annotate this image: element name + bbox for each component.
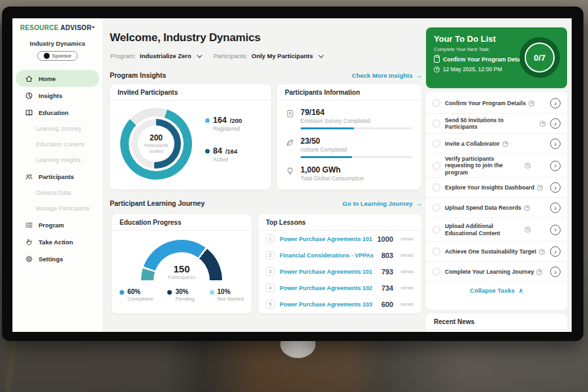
todo-progress-value: 0/7 <box>534 53 546 63</box>
lesson-link[interactable]: Financial Considerations - VPPAs <box>280 252 376 259</box>
task-item[interactable]: Upload Additional Educational Content › <box>426 218 567 242</box>
chevron-right-button[interactable]: › <box>550 203 561 213</box>
sidebar-item-learning-insights[interactable]: Learning Insights <box>12 152 103 168</box>
logo-advisor: ADVISOR <box>61 24 92 31</box>
progress-bar <box>301 156 412 158</box>
lesson-rank: 3 <box>266 267 274 276</box>
chevron-right-button[interactable]: › <box>550 267 561 277</box>
lesson-views: 734 <box>382 284 393 292</box>
sidebar-item-take-action[interactable]: Take Action <box>16 233 99 250</box>
link-label: Go to Learning Journey <box>342 200 412 207</box>
clock-icon <box>536 269 542 275</box>
lesson-row: 2 Financial Considerations - VPPAs 803 v… <box>258 247 421 263</box>
chevron-right-button[interactable]: › <box>550 118 561 129</box>
sidebar-nav: Home Insights Education Learning Journey… <box>12 70 103 267</box>
task-label: Invite a Collaborator <box>445 140 500 147</box>
task-item[interactable]: Confirm Your Program Details › <box>426 93 567 114</box>
collapse-tasks-link[interactable]: Collapse Tasks ∧ <box>426 282 567 299</box>
lesson-link[interactable]: Power Purchase Agreements 101 <box>280 269 376 275</box>
task-item[interactable]: Complete Your Learning Journey › <box>426 262 567 282</box>
sidebar-item-education-content[interactable]: Education Content <box>12 137 103 152</box>
task-checkbox[interactable] <box>433 120 440 127</box>
stat-value: 79/164 <box>301 108 412 117</box>
gauge-label: Participants <box>141 274 222 280</box>
sidebar-item-learning-journey[interactable]: Learning Journey <box>12 121 103 137</box>
task-checkbox[interactable] <box>433 162 440 170</box>
logo-plus: + <box>91 24 95 30</box>
task-checkbox[interactable] <box>433 226 440 234</box>
task-checkbox[interactable] <box>433 268 440 276</box>
progress-fill <box>301 127 354 129</box>
sidebar-item-participants[interactable]: Participants <box>16 168 99 185</box>
task-checkbox[interactable] <box>433 204 440 212</box>
clock-icon <box>525 163 531 169</box>
sidebar-item-insights[interactable]: Insights <box>16 87 99 104</box>
legend-dot <box>167 290 172 295</box>
participants-filter-label: Participants: <box>214 52 248 59</box>
sidebar-item-program[interactable]: Program <box>16 216 99 233</box>
task-label: Upload Additional Educational Content <box>445 223 522 237</box>
task-label: Achieve One Sustainability Target <box>445 248 536 255</box>
lesson-row: 3 Power Purchase Agreements 101 793 view… <box>258 263 421 280</box>
lesson-rank: 5 <box>266 300 274 308</box>
stat-label: Actions Completed <box>301 146 412 153</box>
lesson-views: 803 <box>382 252 393 259</box>
task-item[interactable]: Upload Spend Data Records › <box>426 198 567 218</box>
sidebar-item-label: Learning Insights <box>36 157 81 163</box>
clipboard-icon <box>434 56 440 63</box>
chevron-down-icon[interactable] <box>197 52 202 57</box>
donut-center: 200 Participants Invited <box>120 108 192 180</box>
task-item[interactable]: Achieve One Sustainability Target › <box>426 242 567 262</box>
education-icon <box>25 108 33 117</box>
task-checkbox[interactable] <box>433 248 440 255</box>
lesson-link[interactable]: Power Purchase Agreements 101 <box>280 236 372 242</box>
lesson-link[interactable]: Power Purchase Agreements 102 <box>280 285 376 291</box>
task-label: Send 50 Invitations to Participants <box>445 117 537 131</box>
legend-total: /164 <box>225 148 238 155</box>
go-to-learning-journey-link[interactable]: Go to Learning Journey → <box>342 200 422 207</box>
sidebar-item-manage-participants[interactable]: Manage Participants <box>12 201 103 216</box>
sponsor-badge: Sponsor <box>37 51 78 61</box>
program-filter-value[interactable]: Industrialize Zero <box>140 52 191 59</box>
stat-global-consumption: 1,000 GWh Total Global Consumption <box>277 165 421 182</box>
chevron-right-button[interactable]: › <box>550 225 561 235</box>
participants-filter-value[interactable]: Only My Participants <box>252 52 313 59</box>
stat-label: Total Global Consumption <box>301 175 412 182</box>
task-item[interactable]: Invite a Collaborator › <box>426 134 567 154</box>
task-label: Complete Your Learning Journey <box>445 269 534 275</box>
stat-value: 23/50 <box>301 137 412 146</box>
chevron-down-icon[interactable] <box>318 52 323 57</box>
lesson-views: 1000 <box>378 235 393 243</box>
program-filter-label: Program: <box>110 52 136 59</box>
task-checkbox[interactable] <box>433 140 440 148</box>
legend-label: Pending <box>175 296 194 302</box>
task-item[interactable]: Explore Your Insights Dashboard › <box>426 178 567 198</box>
chevron-right-button[interactable]: › <box>550 246 561 257</box>
sidebar-item-settings[interactable]: Settings <box>16 250 99 267</box>
chevron-right-button[interactable]: › <box>550 98 561 108</box>
take-action-icon <box>25 238 33 246</box>
clock-icon <box>502 141 508 147</box>
monitor-bezel: RESOURCE ADVISOR+ Industry Dynamics Spon… <box>2 7 583 341</box>
chevron-right-button[interactable]: › <box>550 161 561 171</box>
sidebar-item-education[interactable]: Education <box>16 104 99 121</box>
check-more-insights-link[interactable]: Check More Insights → <box>352 72 422 79</box>
task-item[interactable]: Verify participants requesting to join t… <box>426 154 567 178</box>
card-title: Education Progress <box>112 214 252 231</box>
lesson-views-word: views <box>400 301 414 307</box>
sidebar-item-home[interactable]: Home <box>16 70 99 87</box>
leaf-icon <box>286 138 295 147</box>
chevron-right-button[interactable]: › <box>550 182 561 193</box>
lesson-link[interactable]: Power Purchase Agreements 103 <box>280 301 376 308</box>
task-checkbox[interactable] <box>433 99 440 107</box>
sidebar-item-general-data[interactable]: General Data <box>12 185 103 201</box>
sidebar-item-label: General Data <box>36 189 71 196</box>
todo-next-task-label: Confirm Your Program Details <box>443 56 527 63</box>
task-item[interactable]: Send 50 Invitations to Participants › <box>426 114 567 134</box>
todo-progress-ring: 0/7 <box>519 37 560 78</box>
arrow-right-icon: → <box>416 200 423 207</box>
program-insights-section: Program Insights Check More Insights → <box>110 71 422 79</box>
page-title: Welcome, Industry Dynamics <box>110 31 261 44</box>
task-checkbox[interactable] <box>433 184 440 191</box>
chevron-right-button[interactable]: › <box>550 139 561 149</box>
